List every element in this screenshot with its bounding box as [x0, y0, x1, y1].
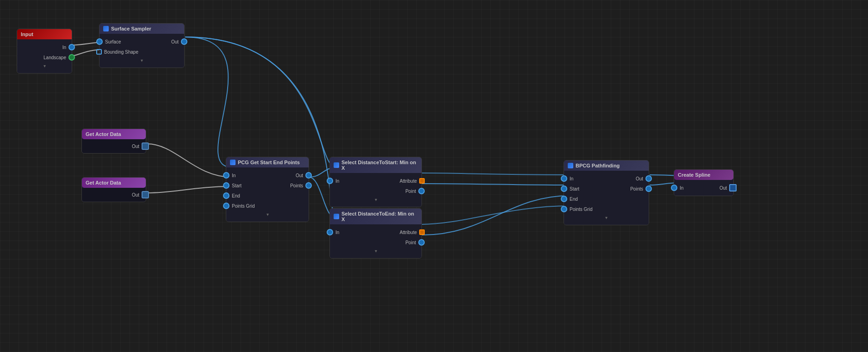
create-spline-in-label: In — [677, 185, 686, 191]
bpcg-pointsgrid-row[interactable]: Points Grid — [564, 204, 649, 214]
surface-sampler-body: Surface Out Bounding Shape ▾ — [99, 34, 184, 68]
pcg-in-out-row[interactable]: In Out — [226, 170, 309, 180]
pcg-pointsgrid-label: Points Grid — [229, 204, 257, 209]
bpcg-out-pin[interactable] — [645, 175, 652, 182]
pcg-start-label: Start — [229, 183, 244, 188]
get-actor-2-out-label: Out — [130, 192, 142, 198]
dist-end-title: Select DistanceToEnd: Min on X — [341, 211, 418, 222]
bpcg-start-points-row[interactable]: Start Points — [564, 184, 649, 194]
input-node-title: Input — [21, 31, 33, 37]
create-spline-body: In Out — [674, 180, 733, 196]
create-spline-out-label: Out — [717, 185, 729, 191]
surface-sampler-collapse[interactable]: ▾ — [99, 57, 184, 65]
pcg-icon — [230, 160, 236, 165]
dist-end-in-label: In — [333, 230, 341, 235]
dist-start-point-pin[interactable] — [418, 188, 425, 194]
bpcg-body: In Out Start Points End Points Grid — [564, 171, 649, 225]
input-in-pin[interactable] — [68, 44, 75, 50]
pcg-node: PCG Get Start End Points In Out Start Po… — [226, 157, 309, 222]
bpcg-end-pin[interactable] — [561, 196, 567, 202]
pcg-points-pin[interactable] — [305, 182, 312, 189]
dist-start-in-attr-row[interactable]: In Attribute — [330, 176, 422, 186]
create-spline-title: Create Spline — [678, 172, 710, 178]
bounding-pin[interactable] — [96, 49, 102, 55]
create-spline-in-pin[interactable] — [671, 185, 677, 191]
input-landscape-label: Landscape — [41, 55, 68, 60]
input-pin-in[interactable]: In — [17, 42, 72, 52]
dist-end-point-row[interactable]: Point — [330, 237, 422, 247]
get-actor-2-out-row[interactable]: Out — [82, 190, 146, 200]
surface-out-pin[interactable] — [181, 38, 187, 45]
input-node: Input In Landscape ▾ — [17, 29, 72, 74]
pcg-end-row[interactable]: End — [226, 191, 309, 201]
surface-sampler-bounding-row[interactable]: Bounding Shape — [99, 47, 184, 57]
bpcg-collapse[interactable]: ▾ — [564, 214, 649, 222]
bpcg-start-pin[interactable] — [561, 185, 567, 192]
bpcg-header: BPCG Pathfinding — [564, 161, 649, 171]
dist-end-attr-label: Attribute — [397, 230, 419, 235]
bpcg-pointsgrid-pin[interactable] — [561, 206, 567, 212]
pcg-title: PCG Get Start End Points — [238, 160, 300, 165]
surface-sampler-icon — [103, 26, 109, 31]
dist-end-body: In Attribute Point ▾ — [330, 224, 422, 258]
dist-start-attr-pin[interactable] — [419, 178, 425, 184]
pcg-points-label: Points — [288, 183, 305, 188]
pcg-start-points-row[interactable]: Start Points — [226, 180, 309, 191]
get-actor-1-out-row[interactable]: Out — [82, 141, 146, 151]
get-actor-1-out-pin[interactable] — [142, 142, 149, 150]
pcg-end-pin[interactable] — [223, 192, 229, 199]
input-collapse[interactable]: ▾ — [17, 62, 72, 70]
create-spline-out-pin[interactable] — [729, 184, 737, 191]
dist-start-body: In Attribute Point ▾ — [330, 173, 422, 207]
get-actor-2-title: Get Actor Data — [86, 180, 121, 185]
create-spline-node: Create Spline In Out — [674, 169, 734, 196]
dist-end-in-attr-row[interactable]: In Attribute — [330, 227, 422, 237]
surface-sampler-node: Surface Sampler Surface Out Bounding Sha… — [99, 23, 185, 68]
surface-pin-left[interactable] — [96, 38, 103, 45]
dist-start-point-label: Point — [403, 189, 418, 194]
pcg-in-pin[interactable] — [223, 172, 229, 179]
surface-sampler-title: Surface Sampler — [111, 26, 151, 31]
pcg-out-pin[interactable] — [305, 172, 312, 179]
dist-start-header: Select DistanceToStart: Min on X — [330, 157, 422, 173]
get-actor-1-node: Get Actor Data Out — [81, 129, 146, 154]
dist-start-in-pin[interactable] — [327, 178, 333, 184]
get-actor-2-header: Get Actor Data — [82, 178, 146, 188]
get-actor-1-title: Get Actor Data — [86, 131, 121, 137]
dist-end-in-pin[interactable] — [327, 229, 333, 235]
dist-start-icon — [334, 162, 339, 168]
dist-start-point-row[interactable]: Point — [330, 186, 422, 196]
get-actor-1-body: Out — [82, 139, 146, 153]
dist-end-header: Select DistanceToEnd: Min on X — [330, 209, 422, 224]
surface-sampler-surface-row[interactable]: Surface Out — [99, 37, 184, 47]
pcg-pointsgrid-row[interactable]: Points Grid — [226, 201, 309, 211]
bpcg-end-row[interactable]: End — [564, 194, 649, 204]
get-actor-2-body: Out — [82, 188, 146, 202]
get-actor-1-out-label: Out — [130, 144, 142, 149]
bpcg-node: BPCG Pathfinding In Out Start Points — [564, 160, 649, 225]
get-actor-2-out-pin[interactable] — [142, 191, 149, 198]
bpcg-in-pin[interactable] — [561, 175, 567, 182]
pcg-end-label: End — [229, 193, 242, 198]
bpcg-points-pin[interactable] — [645, 185, 652, 192]
input-landscape-pin[interactable] — [68, 54, 75, 61]
get-actor-1-header: Get Actor Data — [82, 129, 146, 139]
pcg-start-pin[interactable] — [223, 182, 229, 189]
input-node-body: In Landscape ▾ — [17, 39, 72, 73]
dist-start-title: Select DistanceToStart: Min on X — [341, 160, 418, 171]
pcg-collapse[interactable]: ▾ — [226, 211, 309, 219]
bpcg-in-out-row[interactable]: In Out — [564, 173, 649, 184]
dist-end-point-label: Point — [403, 240, 418, 245]
pcg-pointsgrid-pin[interactable] — [223, 203, 229, 209]
dist-start-collapse[interactable]: ▾ — [330, 196, 422, 204]
dist-end-attr-pin[interactable] — [419, 229, 425, 235]
pcg-body: In Out Start Points End Points Grid — [226, 167, 309, 222]
bpcg-points-label: Points — [628, 186, 645, 191]
bpcg-pointsgrid-label: Points Grid — [567, 207, 595, 212]
create-spline-row[interactable]: In Out — [674, 183, 733, 193]
pcg-out-label: Out — [293, 173, 305, 178]
input-pin-landscape[interactable]: Landscape — [17, 52, 72, 62]
dist-end-point-pin[interactable] — [418, 239, 425, 246]
dist-start-in-label: In — [333, 179, 341, 184]
dist-end-collapse[interactable]: ▾ — [330, 247, 422, 255]
